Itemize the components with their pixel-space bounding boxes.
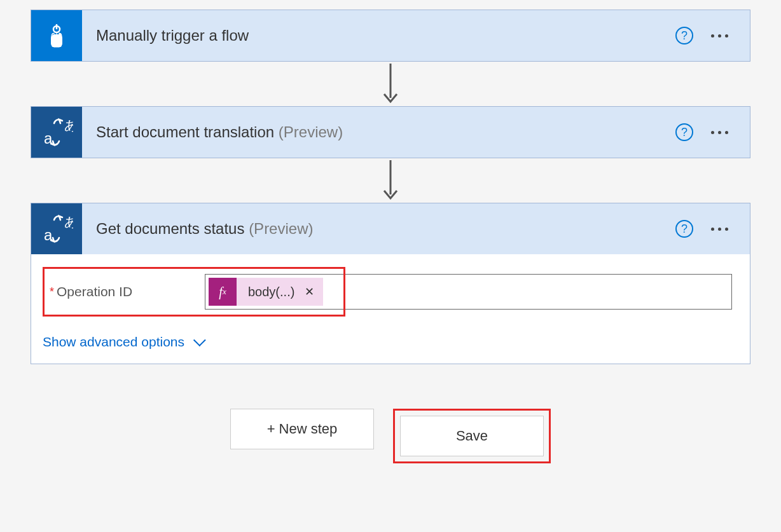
remove-chip-icon[interactable]: ✕ [303,285,323,299]
help-icon[interactable]: ? [675,220,693,238]
more-menu-icon[interactable] [708,126,731,139]
more-menu-icon[interactable] [708,222,731,236]
status-title: Get documents status (Preview) [82,220,675,238]
svg-text:あ: あ [64,118,73,132]
show-advanced-link[interactable]: Show advanced options [43,334,202,350]
manual-trigger-icon [31,10,82,61]
expression-text: body(...) [237,285,303,299]
translate-step: あ a Start document translation (Preview)… [31,106,750,158]
expression-chip[interactable]: fx body(...) ✕ [209,278,323,306]
preview-label: (Preview) [279,123,343,140]
trigger-title: Manually trigger a flow [82,27,675,44]
status-header[interactable]: あ a Get documents status (Preview) ? [31,203,750,254]
new-step-button[interactable]: + New step [230,409,374,449]
translator-icon: あ a [31,107,82,158]
trigger-header[interactable]: Manually trigger a flow ? [31,10,750,61]
trigger-step: Manually trigger a flow ? [31,10,750,62]
operation-id-label: * Operation ID [45,269,205,315]
required-indicator: * [50,285,54,299]
translate-header[interactable]: あ a Start document translation (Preview)… [31,107,750,158]
connector-arrow [381,158,400,203]
more-menu-icon[interactable] [708,29,731,43]
bottom-actions: + New step Save [230,409,551,463]
help-icon[interactable]: ? [675,27,693,44]
save-button[interactable]: Save [400,416,544,456]
chevron-down-icon [193,334,206,346]
help-icon[interactable]: ? [675,123,693,141]
svg-rect-2 [51,34,62,47]
operation-id-input[interactable]: fx body(...) ✕ [205,274,343,310]
status-step: あ a Get documents status (Preview) ? * O… [31,203,750,364]
operation-id-input-extend[interactable] [345,274,732,310]
svg-text:あ: あ [64,215,73,229]
connector-arrow [381,62,400,106]
fx-icon: fx [209,278,237,306]
translator-icon: あ a [31,203,82,254]
save-highlight: Save [393,409,551,463]
status-body: * Operation ID fx body(...) ✕ Show advan… [31,254,750,364]
translate-title: Start document translation (Preview) [82,123,675,141]
preview-label: (Preview) [249,220,313,237]
